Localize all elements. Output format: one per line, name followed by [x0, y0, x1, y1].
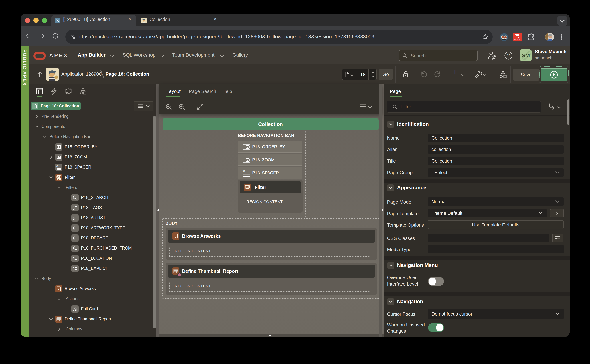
svg-text:A: A — [243, 169, 245, 173]
svg-text:?: ? — [507, 53, 510, 58]
svg-text:SM: SM — [522, 52, 530, 58]
svg-text:A: A — [56, 165, 58, 167]
